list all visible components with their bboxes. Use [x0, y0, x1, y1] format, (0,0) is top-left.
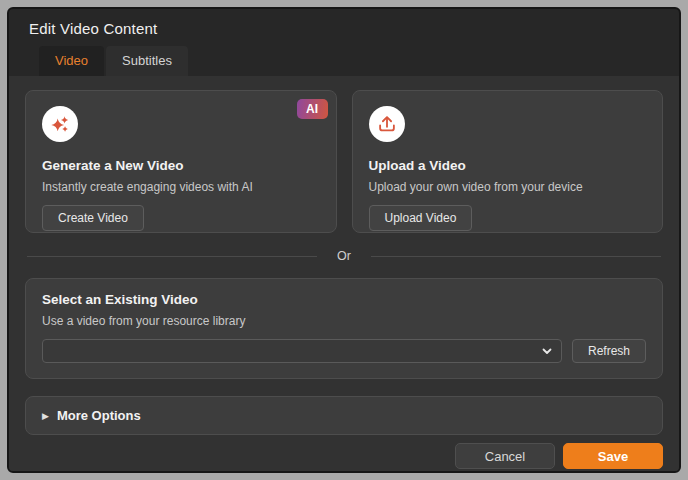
select-existing-video-section: Select an Existing Video Use a video fro…	[25, 278, 663, 379]
video-select[interactable]	[42, 339, 562, 363]
cancel-button[interactable]: Cancel	[455, 443, 555, 469]
select-row: Refresh	[42, 339, 646, 363]
tab-subtitles[interactable]: Subtitles	[106, 46, 188, 76]
video-tab-panel: AI Generate a New Video Instantly create…	[9, 76, 679, 473]
disclosure-triangle-icon: ▶	[42, 411, 49, 421]
tab-bar: Video Subtitles	[39, 46, 659, 76]
upload-video-card: Upload a Video Upload your own video fro…	[352, 90, 664, 233]
refresh-button[interactable]: Refresh	[572, 339, 646, 363]
dialog-title: Edit Video Content	[29, 20, 659, 37]
dialog-footer: Cancel Save	[25, 435, 663, 473]
or-divider: Or	[27, 249, 661, 263]
save-button[interactable]: Save	[563, 443, 663, 469]
or-divider-label: Or	[337, 249, 351, 263]
more-options-label: More Options	[57, 408, 141, 423]
more-options-toggle[interactable]: ▶ More Options	[25, 396, 663, 435]
existing-section-title: Select an Existing Video	[42, 292, 646, 307]
dialog-header: Edit Video Content Video Subtitles	[9, 9, 679, 76]
create-video-button[interactable]: Create Video	[42, 205, 144, 231]
card-row: AI Generate a New Video Instantly create…	[25, 90, 663, 233]
generate-video-card: AI Generate a New Video Instantly create…	[25, 90, 337, 233]
generate-card-description: Instantly create engaging videos with AI	[42, 180, 320, 194]
upload-card-title: Upload a Video	[369, 158, 647, 173]
upload-icon	[369, 106, 405, 142]
generate-card-title: Generate a New Video	[42, 158, 320, 173]
existing-section-description: Use a video from your resource library	[42, 314, 646, 328]
tab-video[interactable]: Video	[39, 46, 104, 76]
upload-card-description: Upload your own video from your device	[369, 180, 647, 194]
sparkles-icon	[42, 106, 78, 142]
edit-video-content-dialog: Edit Video Content Video Subtitles AI Ge…	[7, 7, 681, 473]
chevron-down-icon	[541, 345, 553, 357]
ai-badge: AI	[297, 99, 328, 119]
upload-video-button[interactable]: Upload Video	[369, 205, 473, 231]
